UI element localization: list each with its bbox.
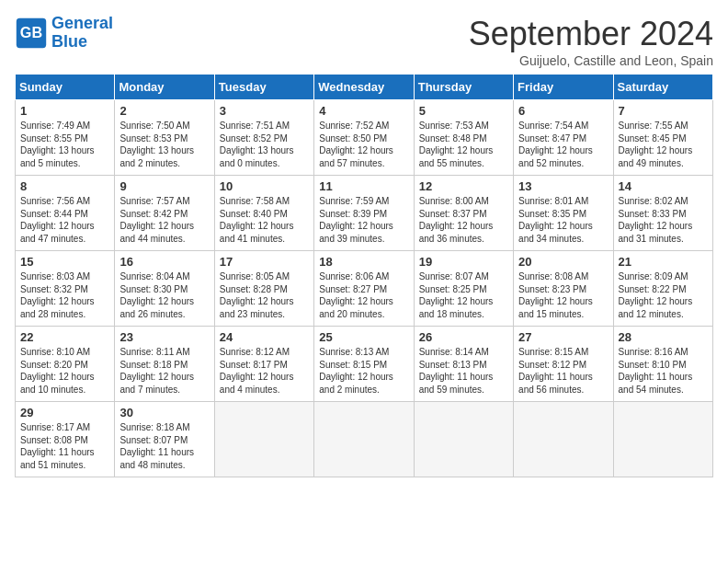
header-cell-thursday: Thursday: [414, 75, 513, 100]
header-cell-wednesday: Wednesday: [314, 75, 414, 100]
week-row-2: 8Sunrise: 7:56 AM Sunset: 8:44 PM Daylig…: [16, 176, 713, 251]
day-number: 29: [20, 406, 109, 419]
day-cell: 13Sunrise: 8:01 AM Sunset: 8:35 PM Dayli…: [514, 176, 613, 251]
day-cell: 1Sunrise: 7:49 AM Sunset: 8:55 PM Daylig…: [16, 100, 115, 176]
day-cell: 12Sunrise: 8:00 AM Sunset: 8:37 PM Dayli…: [414, 176, 513, 251]
svg-text:GB: GB: [20, 24, 42, 40]
day-number: 1: [20, 104, 109, 118]
logo-text: General Blue: [51, 15, 113, 52]
day-number: 22: [20, 330, 109, 344]
logo-line1: General: [51, 14, 113, 32]
day-number: 11: [319, 179, 408, 193]
day-cell: 9Sunrise: 7:57 AM Sunset: 8:42 PM Daylig…: [115, 176, 214, 251]
day-number: 6: [518, 104, 608, 118]
day-info: Sunrise: 8:03 AM Sunset: 8:32 PM Dayligh…: [20, 270, 109, 320]
day-cell: 23Sunrise: 8:11 AM Sunset: 8:18 PM Dayli…: [115, 327, 214, 402]
day-cell: [214, 402, 313, 477]
day-info: Sunrise: 8:01 AM Sunset: 8:35 PM Dayligh…: [518, 195, 608, 245]
day-cell: 7Sunrise: 7:55 AM Sunset: 8:45 PM Daylig…: [613, 100, 712, 176]
day-number: 19: [419, 255, 508, 269]
day-number: 26: [419, 330, 508, 344]
week-row-1: 1Sunrise: 7:49 AM Sunset: 8:55 PM Daylig…: [16, 100, 713, 176]
day-info: Sunrise: 8:07 AM Sunset: 8:25 PM Dayligh…: [419, 270, 508, 320]
day-cell: [613, 402, 712, 477]
day-info: Sunrise: 8:11 AM Sunset: 8:18 PM Dayligh…: [119, 346, 209, 396]
day-info: Sunrise: 7:51 AM Sunset: 8:52 PM Dayligh…: [220, 120, 309, 169]
day-info: Sunrise: 8:05 AM Sunset: 8:28 PM Dayligh…: [220, 270, 309, 320]
day-number: 5: [419, 104, 508, 118]
day-info: Sunrise: 7:55 AM Sunset: 8:45 PM Dayligh…: [619, 120, 708, 169]
day-info: Sunrise: 8:10 AM Sunset: 8:20 PM Dayligh…: [20, 346, 109, 396]
day-cell: 22Sunrise: 8:10 AM Sunset: 8:20 PM Dayli…: [16, 327, 115, 402]
day-info: Sunrise: 8:09 AM Sunset: 8:22 PM Dayligh…: [619, 270, 708, 320]
day-number: 10: [220, 179, 309, 193]
day-number: 20: [518, 255, 608, 269]
day-info: Sunrise: 7:58 AM Sunset: 8:40 PM Dayligh…: [220, 195, 309, 245]
calendar-table: SundayMondayTuesdayWednesdayThursdayFrid…: [15, 74, 713, 477]
day-info: Sunrise: 8:16 AM Sunset: 8:10 PM Dayligh…: [619, 346, 708, 396]
day-info: Sunrise: 8:00 AM Sunset: 8:37 PM Dayligh…: [419, 195, 508, 245]
calendar-subtitle: Guijuelo, Castille and Leon, Spain: [469, 53, 713, 68]
day-number: 18: [319, 255, 408, 269]
day-cell: 18Sunrise: 8:06 AM Sunset: 8:27 PM Dayli…: [314, 251, 414, 327]
day-number: 28: [619, 330, 708, 344]
day-cell: 3Sunrise: 7:51 AM Sunset: 8:52 PM Daylig…: [214, 100, 313, 176]
day-cell: 26Sunrise: 8:14 AM Sunset: 8:13 PM Dayli…: [414, 327, 513, 402]
day-number: 2: [119, 104, 209, 118]
day-number: 15: [20, 255, 109, 269]
day-cell: 15Sunrise: 8:03 AM Sunset: 8:32 PM Dayli…: [16, 251, 115, 327]
day-number: 25: [319, 330, 408, 344]
day-number: 17: [220, 255, 309, 269]
day-cell: 10Sunrise: 7:58 AM Sunset: 8:40 PM Dayli…: [214, 176, 313, 251]
day-number: 23: [119, 330, 209, 344]
day-number: 8: [20, 179, 109, 193]
day-number: 13: [518, 179, 608, 193]
day-info: Sunrise: 7:59 AM Sunset: 8:39 PM Dayligh…: [319, 195, 408, 245]
day-cell: 21Sunrise: 8:09 AM Sunset: 8:22 PM Dayli…: [613, 251, 712, 327]
day-info: Sunrise: 8:13 AM Sunset: 8:15 PM Dayligh…: [319, 346, 408, 396]
day-number: 14: [619, 179, 708, 193]
header: GB General Blue September 2024 Guijuelo,…: [15, 15, 713, 68]
day-info: Sunrise: 8:12 AM Sunset: 8:17 PM Dayligh…: [220, 346, 309, 396]
day-cell: 24Sunrise: 8:12 AM Sunset: 8:17 PM Dayli…: [214, 327, 313, 402]
day-info: Sunrise: 7:57 AM Sunset: 8:42 PM Dayligh…: [119, 195, 209, 245]
header-cell-tuesday: Tuesday: [214, 75, 313, 100]
day-info: Sunrise: 7:52 AM Sunset: 8:50 PM Dayligh…: [319, 120, 408, 169]
day-cell: [314, 402, 414, 477]
day-cell: 27Sunrise: 8:15 AM Sunset: 8:12 PM Dayli…: [514, 327, 613, 402]
header-cell-friday: Friday: [514, 75, 613, 100]
day-cell: 19Sunrise: 8:07 AM Sunset: 8:25 PM Dayli…: [414, 251, 513, 327]
day-info: Sunrise: 8:17 AM Sunset: 8:08 PM Dayligh…: [20, 421, 109, 471]
week-row-4: 22Sunrise: 8:10 AM Sunset: 8:20 PM Dayli…: [16, 327, 713, 402]
day-cell: 29Sunrise: 8:17 AM Sunset: 8:08 PM Dayli…: [16, 402, 115, 477]
day-info: Sunrise: 7:54 AM Sunset: 8:47 PM Dayligh…: [518, 120, 608, 169]
header-cell-sunday: Sunday: [16, 75, 115, 100]
day-info: Sunrise: 7:53 AM Sunset: 8:48 PM Dayligh…: [419, 120, 508, 169]
day-number: 12: [419, 179, 508, 193]
day-cell: 25Sunrise: 8:13 AM Sunset: 8:15 PM Dayli…: [314, 327, 414, 402]
day-info: Sunrise: 8:02 AM Sunset: 8:33 PM Dayligh…: [619, 195, 708, 245]
day-cell: 16Sunrise: 8:04 AM Sunset: 8:30 PM Dayli…: [115, 251, 214, 327]
day-number: 3: [220, 104, 309, 118]
header-row: SundayMondayTuesdayWednesdayThursdayFrid…: [16, 75, 713, 100]
day-number: 24: [220, 330, 309, 344]
header-cell-monday: Monday: [115, 75, 214, 100]
logo: GB General Blue: [15, 15, 113, 52]
header-cell-saturday: Saturday: [613, 75, 712, 100]
day-info: Sunrise: 8:14 AM Sunset: 8:13 PM Dayligh…: [419, 346, 508, 396]
day-cell: 30Sunrise: 8:18 AM Sunset: 8:07 PM Dayli…: [115, 402, 214, 477]
week-row-3: 15Sunrise: 8:03 AM Sunset: 8:32 PM Dayli…: [16, 251, 713, 327]
week-row-5: 29Sunrise: 8:17 AM Sunset: 8:08 PM Dayli…: [16, 402, 713, 477]
day-info: Sunrise: 7:50 AM Sunset: 8:53 PM Dayligh…: [119, 120, 209, 169]
day-number: 7: [619, 104, 708, 118]
logo-line2: Blue: [51, 32, 87, 51]
day-number: 9: [119, 179, 209, 193]
day-info: Sunrise: 7:49 AM Sunset: 8:55 PM Dayligh…: [20, 120, 109, 169]
day-cell: [414, 402, 513, 477]
day-cell: 20Sunrise: 8:08 AM Sunset: 8:23 PM Dayli…: [514, 251, 613, 327]
day-info: Sunrise: 8:04 AM Sunset: 8:30 PM Dayligh…: [119, 270, 209, 320]
day-cell: 28Sunrise: 8:16 AM Sunset: 8:10 PM Dayli…: [613, 327, 712, 402]
day-cell: 17Sunrise: 8:05 AM Sunset: 8:28 PM Dayli…: [214, 251, 313, 327]
day-number: 30: [119, 406, 209, 419]
day-cell: 2Sunrise: 7:50 AM Sunset: 8:53 PM Daylig…: [115, 100, 214, 176]
